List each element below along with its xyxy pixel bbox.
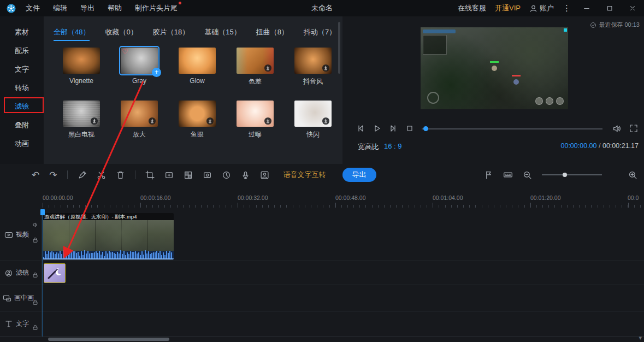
close-button[interactable]	[625, 1, 640, 15]
delete-button[interactable]	[116, 170, 125, 180]
filter-thumbnail[interactable]	[63, 48, 100, 74]
download-icon[interactable]	[264, 64, 272, 72]
portrait-cutout-button[interactable]	[260, 170, 269, 180]
duration-button[interactable]	[222, 170, 231, 180]
crop-button[interactable]	[145, 170, 155, 180]
download-icon[interactable]	[322, 64, 330, 72]
filter-thumbnail[interactable]	[237, 101, 274, 127]
video-clip[interactable]: 游戏讲解（原视频、无水印）- 副本.mp4	[43, 213, 174, 260]
zoom-out-button[interactable]	[523, 170, 532, 180]
maximize-button[interactable]	[602, 1, 617, 15]
seek-handle[interactable]	[423, 126, 428, 131]
filter-thumbnail[interactable]	[237, 48, 274, 74]
previous-frame-button[interactable]	[356, 124, 365, 133]
download-icon[interactable]	[264, 117, 272, 125]
filter-thumbnail[interactable]	[294, 101, 332, 127]
fullscreen-icon[interactable]	[629, 124, 638, 133]
selection-handle[interactable]	[564, 28, 567, 32]
filter-clip[interactable]	[44, 263, 66, 283]
track-lock-icon[interactable]	[32, 325, 38, 331]
filter-card[interactable]: 过曝	[237, 101, 274, 139]
filter-card[interactable]: 鱼眼	[179, 101, 216, 139]
download-icon[interactable]	[322, 117, 330, 125]
record-voiceover-button[interactable]	[241, 170, 250, 180]
video-preview[interactable]	[421, 27, 568, 109]
zoom-in-button[interactable]	[628, 170, 637, 180]
filter-thumbnail[interactable]	[179, 101, 216, 127]
tab-all[interactable]: 全部（48）	[54, 27, 90, 41]
vip-link[interactable]: 开通VIP	[495, 3, 521, 13]
mosaic-button[interactable]	[184, 170, 193, 180]
shortcut-keyboard-button[interactable]	[503, 170, 513, 180]
redo-button[interactable]: ↷	[49, 170, 57, 180]
next-frame-button[interactable]	[389, 124, 398, 133]
filter-thumbnail[interactable]	[121, 101, 158, 127]
menu-export[interactable]: 导出	[80, 3, 94, 13]
menu-help[interactable]: 帮助	[108, 3, 122, 13]
mask-button[interactable]	[203, 170, 212, 180]
playhead-line[interactable]	[43, 209, 43, 337]
video-track-header[interactable]: 视频	[0, 209, 42, 261]
track-lock-icon[interactable]	[32, 272, 38, 278]
volume-icon[interactable]	[612, 124, 622, 133]
horizontal-scrollbar-thumb[interactable]	[48, 338, 169, 341]
horizontal-scrollbar[interactable]: ▾	[0, 337, 644, 342]
zoom-slider[interactable]	[542, 171, 602, 179]
account-button[interactable]: 账户	[529, 3, 554, 13]
text-track-header[interactable]: 文字	[0, 311, 42, 336]
play-button[interactable]	[373, 124, 381, 133]
sidebar-item-text[interactable]: 文字	[0, 60, 44, 79]
online-service-link[interactable]: 在线客服	[458, 3, 486, 13]
marker-flag-button[interactable]	[484, 170, 493, 180]
sidebar-item-music[interactable]: 配乐	[0, 42, 44, 60]
menu-file[interactable]: 文件	[26, 3, 40, 13]
tab-basic[interactable]: 基础（15）	[204, 27, 240, 41]
aspect-ratio-label[interactable]: 宽高比	[358, 142, 379, 152]
tab-distort[interactable]: 扭曲（8）	[256, 27, 288, 41]
download-icon[interactable]	[90, 117, 98, 125]
sidebar-item-material[interactable]: 素材	[0, 23, 44, 42]
freeze-frame-button[interactable]	[164, 170, 174, 180]
filter-card[interactable]: 抖音风	[294, 48, 332, 86]
filter-card-selected[interactable]: ♡ + Gray	[121, 48, 158, 86]
filter-card[interactable]: 色差	[237, 48, 274, 86]
filter-track-header[interactable]: 滤镜	[0, 261, 42, 285]
menu-intro-outro[interactable]: 制作片头片尾	[135, 3, 178, 13]
pip-track-header[interactable]: 画中画	[0, 285, 42, 311]
playhead-handle[interactable]	[40, 209, 45, 215]
aspect-ratio-value[interactable]: 16 : 9	[384, 142, 402, 150]
filter-card[interactable]: Glow	[179, 48, 216, 86]
filter-thumbnail[interactable]: ♡ +	[121, 48, 158, 74]
tab-shake[interactable]: 抖动（7）	[304, 27, 336, 41]
timeline-ruler[interactable]: 00:00:00.00 00:00:16.00 00:00:32.00 00:0…	[0, 186, 644, 209]
filter-thumbnail[interactable]	[179, 48, 216, 74]
more-menu-button[interactable]: ⋮	[563, 3, 571, 13]
filter-thumbnail[interactable]	[294, 48, 332, 74]
edit-clip-button[interactable]	[78, 170, 87, 180]
track-lock-icon[interactable]	[32, 299, 38, 305]
download-icon[interactable]	[206, 117, 214, 125]
download-icon[interactable]	[148, 117, 156, 125]
tab-favorites[interactable]: 收藏（0）	[105, 27, 137, 41]
export-button[interactable]: 导出	[342, 168, 376, 182]
stop-button[interactable]	[405, 124, 414, 133]
scroll-down-arrow-icon[interactable]: ▾	[639, 334, 642, 341]
track-lock-icon[interactable]	[32, 237, 38, 243]
favorite-heart-icon[interactable]: ♡	[122, 48, 128, 56]
filter-card[interactable]: 快闪	[294, 101, 332, 139]
sidebar-item-animation[interactable]: 动画	[0, 134, 44, 153]
filter-thumbnail[interactable]	[63, 101, 100, 127]
sidebar-item-transition[interactable]: 转场	[0, 79, 44, 97]
split-button[interactable]	[97, 170, 106, 180]
filter-card[interactable]: 黑白电视	[63, 101, 100, 139]
filter-panel-scrollbar[interactable]	[338, 22, 340, 74]
speech-text-convert-button[interactable]: 语音文字互转	[283, 170, 326, 180]
track-audio-icon[interactable]	[32, 222, 38, 228]
sidebar-item-overlay[interactable]: 叠附	[0, 116, 44, 134]
menu-edit[interactable]: 编辑	[53, 3, 67, 13]
filter-card[interactable]: Vignette	[63, 48, 100, 86]
undo-button[interactable]: ↶	[32, 170, 39, 180]
zoom-slider-knob[interactable]	[563, 173, 567, 177]
seek-bar[interactable]	[422, 128, 602, 129]
minimize-button[interactable]	[580, 1, 594, 15]
